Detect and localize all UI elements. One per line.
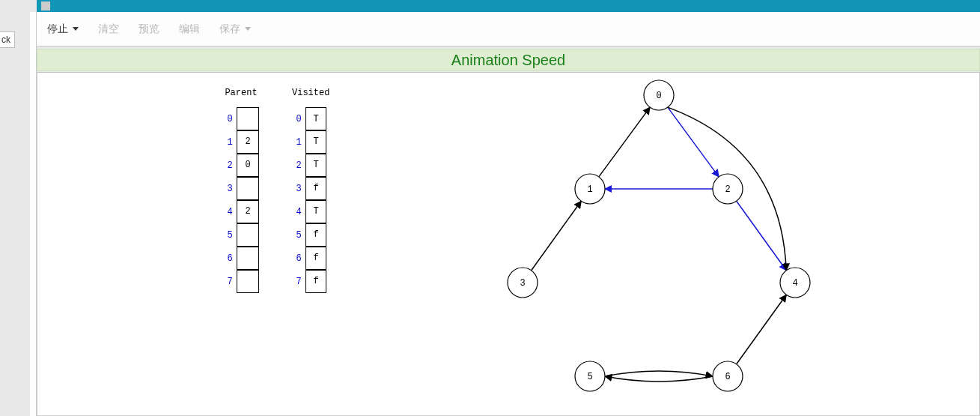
row-index: 6 [292, 253, 305, 264]
table-row: 7 [223, 270, 259, 293]
title-bar [37, 0, 980, 12]
graph-edge [737, 295, 787, 364]
row-index: 7 [223, 277, 237, 287]
table-row: 6f [292, 247, 329, 270]
row-cell [237, 247, 259, 270]
save-label: 保存 [219, 22, 240, 36]
row-cell [237, 270, 259, 293]
row-index: 1 [292, 137, 305, 148]
row-index: 6 [223, 253, 237, 264]
toolbar: 停止 清空 预览 编辑 保存 [37, 12, 980, 46]
graph-node-label: 6 [725, 372, 730, 382]
animation-speed-label: Animation Speed [451, 52, 565, 69]
visited-table: Visited 0T1T2T3f4T5f6f7f [292, 88, 329, 293]
graph-node-label: 2 [725, 184, 730, 195]
animation-speed-band: Animation Speed [37, 49, 980, 71]
row-index: 0 [223, 114, 237, 124]
preview-label: 预览 [139, 22, 159, 36]
row-cell: T [305, 130, 326, 154]
row-index: 2 [292, 160, 305, 171]
row-index: 4 [223, 207, 237, 217]
table-row: 6 [223, 247, 259, 270]
table-row: 0 [223, 107, 259, 130]
chevron-down-icon [245, 27, 251, 31]
table-row: 7f [292, 270, 329, 293]
graph-node-label: 4 [792, 278, 797, 289]
table-row: 5f [292, 223, 329, 247]
graph-node-label: 3 [520, 278, 525, 289]
chevron-down-icon [73, 27, 79, 31]
table-row: 4T [292, 200, 329, 223]
table-row: 20 [223, 154, 259, 177]
graph-node-label: 0 [656, 91, 661, 101]
row-index: 0 [292, 114, 305, 124]
row-index: 1 [223, 137, 237, 148]
row-cell: T [305, 154, 326, 177]
preview-button[interactable]: 预览 [139, 22, 159, 36]
left-tab-fragment: ck [0, 31, 15, 48]
row-index: 3 [223, 184, 237, 194]
edit-label: 编辑 [179, 22, 200, 36]
canvas-area: Parent 01220342567 Visited 0T1T2T3f4T5f6… [37, 72, 980, 416]
left-rail [30, 12, 37, 416]
table-row: 12 [223, 130, 259, 154]
save-button[interactable]: 保存 [219, 22, 251, 36]
graph-edge [737, 201, 787, 271]
visited-header: Visited [292, 88, 329, 98]
table-row: 1T [292, 130, 329, 154]
row-cell: f [305, 247, 326, 270]
row-index: 7 [292, 277, 305, 287]
table-row: 0T [292, 107, 329, 130]
table-row: 3 [223, 177, 259, 200]
graph-edge [532, 201, 582, 271]
row-cell: T [305, 200, 326, 223]
row-cell: 2 [237, 200, 259, 223]
table-row: 3f [292, 177, 329, 200]
row-cell [237, 223, 259, 247]
graph-edge [605, 371, 713, 376]
row-cell [237, 177, 259, 200]
graph-edge [599, 107, 650, 177]
stop-label: 停止 [47, 22, 68, 36]
row-cell: 2 [237, 130, 259, 154]
row-index: 5 [223, 230, 237, 241]
graph-edge [668, 107, 719, 177]
table-row: 5 [223, 223, 259, 247]
row-index: 4 [292, 207, 305, 217]
row-index: 5 [292, 230, 305, 241]
row-cell: f [305, 223, 326, 247]
graph-svg: 0123456 [457, 73, 876, 416]
row-cell: T [305, 107, 326, 130]
parent-header: Parent [223, 88, 259, 98]
clear-label: 清空 [98, 22, 119, 36]
row-index: 2 [223, 160, 237, 171]
row-cell: 0 [237, 154, 259, 177]
graph-edge [605, 376, 713, 382]
clear-button[interactable]: 清空 [98, 22, 119, 36]
parent-table: Parent 01220342567 [223, 88, 259, 293]
row-index: 3 [292, 184, 305, 194]
row-cell: f [305, 177, 326, 200]
table-row: 2T [292, 154, 329, 177]
graph-node-label: 5 [587, 372, 592, 382]
table-row: 42 [223, 200, 259, 223]
left-tab-text: ck [1, 34, 10, 45]
edit-button[interactable]: 编辑 [179, 22, 200, 36]
row-cell: f [305, 270, 326, 293]
row-cell [237, 107, 259, 130]
stop-button[interactable]: 停止 [47, 22, 79, 36]
graph-node-label: 1 [587, 184, 592, 195]
app-icon [41, 1, 50, 10]
